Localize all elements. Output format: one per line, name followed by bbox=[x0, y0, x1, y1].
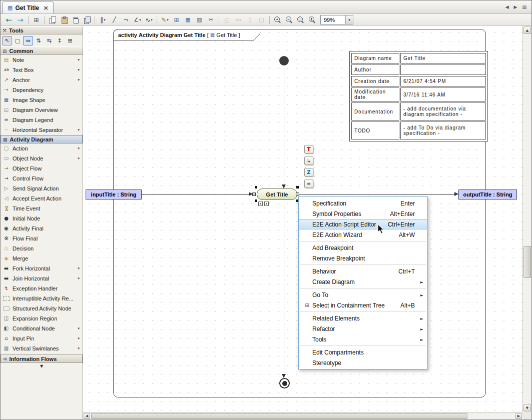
palette-item-input-pin[interactable]: ▫Input Pin▾ bbox=[1, 334, 83, 344]
scroll-left-button[interactable]: ◀ bbox=[84, 413, 90, 419]
dropdown-arrow-icon[interactable]: ▾ bbox=[78, 326, 80, 330]
palette-item-accept-event-action[interactable]: ◁Accept Event Action bbox=[1, 194, 83, 204]
palette-item-interruptible-activity-re[interactable]: Interruptible Activity Re... bbox=[1, 294, 83, 304]
dropdown-arrow-icon[interactable]: ▾ bbox=[78, 336, 80, 340]
input-pin[interactable] bbox=[252, 192, 256, 196]
expand-marker-icon[interactable] bbox=[264, 202, 269, 206]
selection-handle[interactable] bbox=[255, 200, 257, 202]
scroll-right-button[interactable]: ▶ bbox=[515, 413, 522, 419]
horizontal-scrollbar[interactable]: ◀ ▶ bbox=[83, 412, 522, 420]
dropdown-arrow-icon[interactable]: ▾ bbox=[78, 58, 80, 62]
object-flow-edge-input[interactable] bbox=[142, 194, 253, 194]
scroll-tabs-right-button[interactable]: ▶ bbox=[514, 4, 517, 10]
properties-tool-button[interactable]: ≡ bbox=[304, 180, 313, 188]
palette-item-merge[interactable]: ◈Merge bbox=[1, 254, 83, 264]
palette-item-activity-final[interactable]: ◉Activity Final bbox=[1, 224, 83, 234]
menu-item-select-in-containment-tree[interactable]: ⊞Select in Containment TreeAlt+B bbox=[299, 300, 427, 310]
flow-tool-button[interactable]: ↳ bbox=[304, 156, 313, 165]
object-flow-edge-output[interactable] bbox=[298, 194, 455, 194]
palette-item-action[interactable]: ▢Action▾ bbox=[1, 144, 83, 154]
forward-button[interactable]: → bbox=[15, 15, 26, 25]
line-oblique-button[interactable]: ∠▾ bbox=[132, 15, 143, 25]
menu-item-edit-compartments[interactable]: Edit Compartments bbox=[299, 347, 427, 358]
insert-shape-button[interactable]: ⊞ bbox=[171, 15, 182, 25]
link-select-button[interactable]: ⇔ bbox=[23, 36, 33, 46]
palette-item-fork-horizontal[interactable]: ▬Fork Horizontal▾ bbox=[1, 264, 83, 274]
palette-item-structured-activity-node[interactable]: Structured Activity Node bbox=[1, 304, 83, 314]
palette-item-time-event[interactable]: ⋈Time Event bbox=[1, 204, 83, 214]
palette-item-dependency[interactable]: ⇢Dependency bbox=[1, 85, 83, 95]
palette-item-image-shape[interactable]: ▦Image Shape bbox=[1, 95, 83, 105]
paint-format-button[interactable]: ✎▾ bbox=[160, 15, 170, 25]
scroll-up-button[interactable]: ▲ bbox=[523, 26, 531, 34]
zoom-fit-button[interactable]: □ bbox=[295, 15, 306, 25]
zoom-out-button[interactable]: − bbox=[284, 15, 294, 25]
dropdown-arrow-icon[interactable]: ▾ bbox=[78, 346, 80, 350]
activity-final-node[interactable] bbox=[279, 378, 290, 388]
menu-item-symbol-properties[interactable]: Symbol PropertiesAlt+Enter bbox=[299, 208, 427, 219]
palette-header-information-flows[interactable]: ⇉Information Flows bbox=[1, 354, 83, 363]
dropdown-arrow-icon[interactable]: ▾ bbox=[78, 276, 80, 280]
line-curve-button[interactable]: ∿▾ bbox=[144, 15, 154, 25]
export-image-button[interactable]: ▥ bbox=[194, 15, 205, 25]
palette-item-initial-node[interactable]: ●Initial Node bbox=[1, 214, 83, 224]
palette-item-exception-handler[interactable]: ↯Exception Handler bbox=[1, 284, 83, 294]
paste-button[interactable] bbox=[59, 15, 69, 25]
palette-item-object-node[interactable]: ▭Object Node▾ bbox=[1, 154, 83, 164]
menu-item-create-diagram[interactable]: Create Diagram► bbox=[299, 276, 427, 287]
palette-item-join-horizontal[interactable]: ▬Join Horizontal▾ bbox=[1, 274, 83, 284]
copy-button[interactable] bbox=[47, 15, 58, 25]
palette-item-note[interactable]: ▤Note▾ bbox=[1, 55, 83, 65]
marquee-select-button[interactable]: ▢ bbox=[13, 36, 23, 46]
dropdown-arrow-icon[interactable]: ▾ bbox=[78, 78, 80, 82]
palette-item-flow-final[interactable]: ⊗Flow Final bbox=[1, 234, 83, 244]
diagram-canvas[interactable]: activity Activity Diagram Get Title [ ▦ … bbox=[83, 26, 522, 412]
menu-item-related-elements[interactable]: Related Elements► bbox=[299, 313, 427, 324]
insert-image-button[interactable]: ▦ bbox=[183, 15, 193, 25]
palette-header-activity-diagram[interactable]: ▦Activity Diagram bbox=[1, 135, 83, 144]
containment-tree-button[interactable]: ⊞ bbox=[31, 15, 42, 25]
vertical-scroll-thumb[interactable] bbox=[523, 246, 531, 278]
distribute-horizontal-button[interactable]: ⇆ bbox=[44, 36, 54, 46]
palette-header-common[interactable]: ▤Common bbox=[1, 46, 83, 55]
palette-item-expansion-region[interactable]: ◫Expansion Region bbox=[1, 314, 83, 324]
menu-item-stereotype[interactable]: Stereotype bbox=[299, 358, 427, 368]
palette-item-decision[interactable]: ◇Decision bbox=[1, 244, 83, 254]
menu-item-remove-breakpoint[interactable]: Remove Breakpoint bbox=[299, 253, 427, 264]
menu-item-tools[interactable]: Tools► bbox=[299, 334, 427, 344]
palette-collapse-button[interactable]: ▼ bbox=[1, 363, 83, 370]
dropdown-arrow-icon[interactable]: ▾ bbox=[151, 18, 153, 22]
output-pin[interactable] bbox=[296, 192, 299, 196]
input-parameter-node[interactable]: inputTitle : String bbox=[86, 190, 142, 200]
menu-item-specification[interactable]: SpecificationEnter bbox=[299, 198, 427, 208]
select-cursor-button[interactable]: ↖ bbox=[2, 36, 12, 46]
tab-close-icon[interactable]: × bbox=[43, 6, 49, 10]
menu-item-go-to[interactable]: Go To► bbox=[299, 290, 427, 300]
scroll-tabs-left-button[interactable]: ◀ bbox=[505, 4, 509, 10]
action-get-title[interactable]: Get Title bbox=[257, 188, 297, 200]
horizontal-scroll-thumb[interactable] bbox=[91, 413, 467, 419]
dropdown-arrow-icon[interactable]: ▾ bbox=[78, 128, 80, 132]
palette-item-diagram-legend[interactable]: ≡Diagram Legend bbox=[1, 115, 83, 125]
swimlane-button[interactable]: ‖▾ bbox=[98, 15, 108, 25]
palette-item-control-flow[interactable]: →Control Flow bbox=[1, 174, 83, 184]
palette-item-object-flow[interactable]: →Object Flow bbox=[1, 164, 83, 174]
initial-node[interactable] bbox=[279, 56, 289, 66]
control-flow-edge-initial-to-action[interactable] bbox=[284, 66, 284, 186]
zoom-selection-button[interactable]: 1 bbox=[307, 15, 317, 25]
line-rectilinear-button[interactable]: ¬ bbox=[121, 15, 131, 25]
distribute-vertical-button[interactable]: ⇅ bbox=[34, 36, 44, 46]
dropdown-arrow-icon[interactable]: ▾ bbox=[78, 146, 80, 150]
palette-item-conditional-node[interactable]: ◧Conditional Node▾ bbox=[1, 324, 83, 334]
hierarchy-button[interactable]: ⊞ bbox=[65, 36, 75, 46]
duplicate-button[interactable] bbox=[82, 15, 92, 25]
palette-item-diagram-overview[interactable]: ◱Diagram Overview bbox=[1, 105, 83, 115]
expand-marker-icon[interactable] bbox=[258, 202, 263, 206]
selection-handle[interactable] bbox=[255, 186, 257, 188]
zoom-dropdown-icon[interactable]: ▾ bbox=[345, 16, 353, 24]
dropdown-arrow-icon[interactable]: ▾ bbox=[104, 18, 106, 22]
attach-button[interactable]: ✂ bbox=[206, 15, 216, 25]
menu-item-behavior[interactable]: BehaviorCtrl+T bbox=[299, 266, 427, 276]
palette-item-vertical-swimlanes[interactable]: ▥Vertical Swimlanes▾ bbox=[1, 344, 83, 354]
delete-button[interactable] bbox=[70, 15, 81, 25]
